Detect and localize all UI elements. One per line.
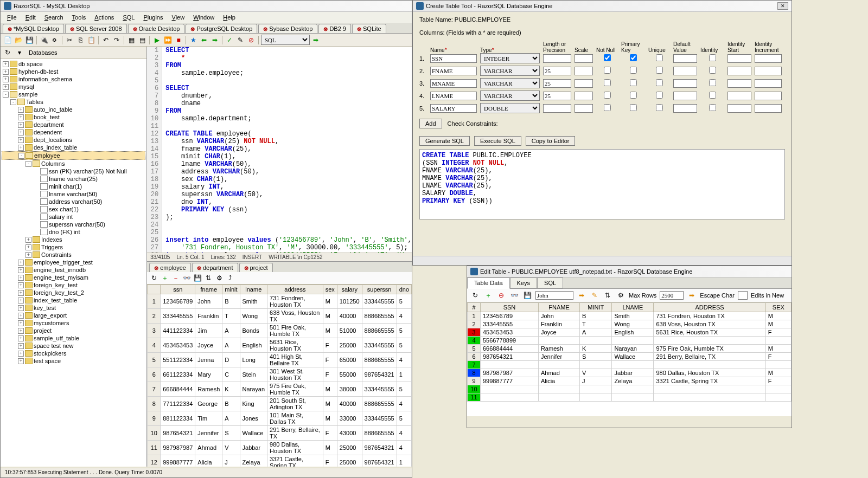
cell[interactable]: Smith <box>240 294 267 309</box>
et-cell[interactable]: M <box>765 345 791 353</box>
table-row[interactable]: 1123456789JohnBSmith731 Fondren, Houston… <box>148 294 412 309</box>
cell[interactable]: 501 Fire Oak, Humble TX <box>267 324 323 338</box>
tree-item[interactable]: -employee <box>2 151 145 160</box>
et-escape-input[interactable] <box>738 291 748 300</box>
ct-idinc-input[interactable] <box>755 54 782 63</box>
cell[interactable]: F <box>323 367 337 382</box>
ct-unique-check[interactable] <box>656 104 663 111</box>
et-tab-sql[interactable]: SQL <box>537 277 563 288</box>
cell[interactable]: 975 Fire Oak, Humble TX <box>267 382 323 397</box>
connect-icon[interactable]: 🔌 <box>39 35 49 45</box>
tree-item[interactable]: +book_test <box>2 113 145 121</box>
cell[interactable]: 3321 Castle, Spring TX <box>267 455 323 467</box>
close-tab-icon[interactable]: ⊗ <box>154 265 158 271</box>
tree-item[interactable]: +Constraints <box>2 251 145 259</box>
et-cell[interactable]: S <box>580 353 612 361</box>
et-tab-table-data[interactable]: Table Data <box>467 277 510 289</box>
et-cell[interactable] <box>654 337 765 345</box>
cell[interactable]: 201 South St, Arlington TX <box>267 397 323 411</box>
tree-item[interactable]: +foreign_key_test_2 <box>2 289 145 296</box>
cell[interactable]: Alicia <box>195 455 222 467</box>
menu-file[interactable]: File <box>3 13 21 22</box>
tree-expander[interactable]: - <box>18 153 24 159</box>
tree-item[interactable]: +foreign_key_test <box>2 281 145 289</box>
col-header[interactable]: lname <box>240 285 267 294</box>
code-line[interactable]: lname VARCHAR(50), <box>162 160 251 168</box>
ct-identity-check[interactable] <box>709 79 716 86</box>
cell[interactable]: 888665555 <box>362 397 397 411</box>
ct-identity-check[interactable] <box>709 67 716 74</box>
cell[interactable]: English <box>240 338 267 353</box>
et-cell[interactable]: 987987987 <box>481 369 539 377</box>
cell[interactable]: 4 <box>397 309 411 324</box>
et-cell[interactable]: 975 Fire Oak, Humble TX <box>654 345 765 353</box>
cell[interactable]: 25000 <box>337 455 362 467</box>
et-row[interactable]: 10 <box>468 385 792 393</box>
cell[interactable]: 40000 <box>337 309 362 324</box>
menu-tools[interactable]: Tools <box>68 13 91 22</box>
cell[interactable]: Bonds <box>240 324 267 338</box>
run-icon[interactable]: ▶ <box>152 35 162 45</box>
cell[interactable]: 1 <box>397 455 411 467</box>
ct-scrollbar[interactable] <box>413 256 792 265</box>
et-cell[interactable]: Franklin <box>538 320 579 328</box>
cell[interactable]: 123456789 <box>161 294 195 309</box>
tree-item[interactable]: address varchar(50) <box>2 198 145 205</box>
et-go-icon[interactable]: ➡ <box>577 290 586 300</box>
close-tab-icon[interactable]: ⊗ <box>357 26 361 32</box>
cell[interactable]: Narayan <box>240 382 267 397</box>
et-cell[interactable]: Ahmad <box>538 369 579 377</box>
ct-pk-check[interactable] <box>630 54 637 61</box>
ct-identity-check[interactable] <box>709 92 716 99</box>
res-del-icon[interactable]: － <box>171 273 181 283</box>
table-row[interactable]: 7666884444RameshKNarayan975 Fire Oak, Hu… <box>148 382 412 397</box>
tree-item[interactable]: +project <box>2 327 145 334</box>
col-header[interactable]: ssn <box>161 285 195 294</box>
cell[interactable]: 987987987 <box>161 441 195 455</box>
table-row[interactable]: 11987987987AhmadVJabbar980 Dallas, Houst… <box>148 441 412 455</box>
ct-name-input[interactable] <box>430 67 477 75</box>
et-cell[interactable]: Jabbar <box>612 369 654 377</box>
ct-name-input[interactable] <box>430 79 477 88</box>
cell[interactable]: 333445555 <box>362 382 397 397</box>
tree-item[interactable]: +space test new <box>2 342 145 350</box>
conn-tab-0[interactable]: ⊗*MySQL Desktop <box>3 24 64 33</box>
code-line[interactable]: SELECT <box>162 47 189 54</box>
ct-unique-check[interactable] <box>656 79 663 86</box>
result-tab-department[interactable]: ⊗department <box>192 263 238 272</box>
cell[interactable]: 101 Main St, Dallas TX <box>267 411 323 426</box>
cell[interactable]: 38000 <box>337 382 362 397</box>
tree-item[interactable]: sex char(1) <box>2 205 145 213</box>
et-cell[interactable]: Zelaya <box>612 377 654 385</box>
ct-default-input[interactable] <box>673 79 697 88</box>
et-cell[interactable] <box>612 361 654 369</box>
tree-expander[interactable]: + <box>18 107 24 113</box>
res-save-icon[interactable]: 💾 <box>193 273 202 283</box>
tree-expander[interactable]: + <box>18 114 24 120</box>
cell[interactable]: 5 <box>397 324 411 338</box>
et-cell[interactable] <box>765 393 791 402</box>
cell[interactable]: Zelaya <box>240 455 267 467</box>
table-row[interactable]: 2333445555FranklinTWong638 Voss, Houston… <box>148 309 412 324</box>
table-row[interactable]: 10987654321JenniferSWallace291 Berry, Be… <box>148 426 412 441</box>
tree-expander[interactable]: + <box>18 305 24 311</box>
cell[interactable]: 333445555 <box>362 294 397 309</box>
favorite-icon[interactable]: ★ <box>188 35 198 45</box>
et-view-icon[interactable]: 👓 <box>509 290 519 300</box>
et-cell[interactable] <box>765 337 791 345</box>
tree-expander[interactable]: + <box>18 298 24 303</box>
tree-expander[interactable]: + <box>18 267 24 273</box>
ct-default-input[interactable] <box>673 67 697 75</box>
tree-expander[interactable]: + <box>25 244 31 250</box>
cell[interactable]: 638 Voss, Houston TX <box>267 309 323 324</box>
et-cell[interactable]: 987654321 <box>481 353 539 361</box>
et-opts-icon[interactable]: ⚙ <box>616 290 626 300</box>
conn-tab-1[interactable]: ⊗SQL Server 2008 <box>65 24 127 33</box>
et-sort-icon[interactable]: ⇅ <box>603 290 612 300</box>
ct-scale-input[interactable] <box>575 67 593 75</box>
et-cell[interactable]: B <box>580 312 612 320</box>
cell[interactable]: M <box>323 382 337 397</box>
code-line[interactable]: sex CHAR(1), <box>162 176 228 183</box>
et-cell[interactable]: 333445555 <box>481 320 539 328</box>
cell[interactable]: 1 <box>397 367 411 382</box>
